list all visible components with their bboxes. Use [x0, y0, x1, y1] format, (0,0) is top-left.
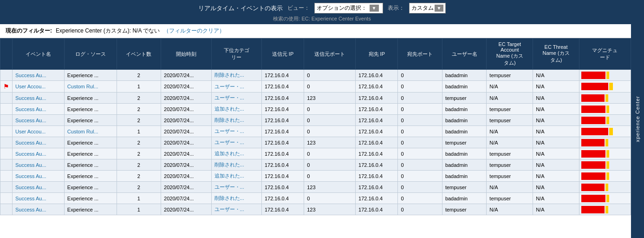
subcategory-cell[interactable]: 削除された...: [211, 159, 261, 171]
table-row[interactable]: Success Au...Experience ...22020/07/24..…: [0, 159, 631, 171]
event-name-cell[interactable]: Success Au...: [13, 115, 65, 126]
view-dropdown-arrow[interactable]: ▼: [370, 5, 379, 12]
flag-cell: [0, 104, 13, 115]
magnitude-cell: [579, 70, 631, 81]
src-ip-cell: 172.16.0.4: [261, 204, 304, 215]
mag-yellow-bar: [609, 83, 613, 90]
log-source-cell: Experience ...: [64, 104, 117, 115]
display-label: 表示：: [388, 4, 404, 12]
flag-cell: [0, 70, 13, 81]
table-row[interactable]: Success Au...Experience ...22020/07/24..…: [0, 115, 631, 126]
ec-threat-cell: N/A: [533, 148, 579, 159]
event-name-cell[interactable]: Success Au...: [13, 193, 65, 204]
event-name-cell[interactable]: User Accou...: [13, 81, 65, 93]
start-time-cell: 2020/07/24...: [161, 182, 211, 193]
dst-port-cell: 0: [398, 93, 442, 104]
display-dropdown-arrow[interactable]: ▼: [435, 5, 444, 12]
table-row[interactable]: User Accou...Custom Rul...12020/07/24...…: [0, 126, 631, 137]
view-dropdown[interactable]: オプションの選択： ▼: [314, 3, 383, 13]
event-name-cell[interactable]: Success Au...: [13, 148, 65, 159]
event-name-cell[interactable]: User Accou...: [13, 126, 65, 137]
col-username: ユーザー名: [442, 39, 486, 70]
magnitude-cell: [579, 159, 631, 171]
event-count-cell: 1: [117, 81, 161, 93]
mag-yellow-bar: [606, 172, 609, 180]
log-source-cell: Experience ...: [64, 171, 117, 182]
table-row[interactable]: Success Au...Experience ...22020/07/24..…: [0, 148, 631, 159]
subcategory-cell[interactable]: 追加された...: [211, 148, 261, 159]
subcategory-cell[interactable]: 追加された...: [211, 171, 261, 182]
col-event-name: イベント名: [13, 39, 65, 70]
table-row[interactable]: Success Au...Experience ...22020/07/24..…: [0, 104, 631, 115]
event-count-cell: 2: [117, 137, 161, 148]
event-count-cell: 2: [117, 159, 161, 171]
start-time-cell: 2020/07/24...: [161, 115, 211, 126]
event-name-cell[interactable]: Success Au...: [13, 171, 65, 182]
log-source-cell: Experience ...: [64, 193, 117, 204]
subcategory-cell[interactable]: 追加された...: [211, 104, 261, 115]
subcategory-cell[interactable]: 削除された...: [211, 193, 261, 204]
subcategory-cell[interactable]: ユーザー・...: [211, 182, 261, 193]
magnitude-cell: [579, 204, 631, 215]
event-name-cell[interactable]: Success Au...: [13, 93, 65, 104]
event-name-cell[interactable]: Success Au...: [13, 137, 65, 148]
ec-threat-cell: N/A: [533, 137, 579, 148]
subcategory-cell[interactable]: ユーザー・...: [211, 126, 261, 137]
event-name-cell[interactable]: Success Au...: [13, 70, 65, 81]
display-dropdown[interactable]: カスタム ▼: [409, 3, 446, 13]
log-source-cell: Experience ...: [64, 70, 117, 81]
src-port-cell: 0: [304, 148, 356, 159]
view-label: ビュー：: [287, 4, 310, 12]
filter-clear-link[interactable]: （フィルターのクリア）: [163, 27, 225, 35]
table-row[interactable]: ⚑User Accou...Custom Rul...12020/07/24..…: [0, 81, 631, 93]
magnitude-bar: [581, 184, 629, 191]
table-row[interactable]: Success Au...Experience ...22020/07/24..…: [0, 171, 631, 182]
table-row[interactable]: Success Au...Experience ...22020/07/24..…: [0, 70, 631, 81]
subcategory-cell[interactable]: ユーザー・...: [211, 93, 261, 104]
dst-port-cell: 0: [398, 81, 442, 93]
subcategory-cell[interactable]: ユーザー・...: [211, 81, 261, 93]
username-cell: badadmin: [442, 81, 486, 93]
col-magnitude: マグニチュード: [579, 39, 631, 70]
subcategory-cell[interactable]: 削除された...: [211, 115, 261, 126]
username-cell: badadmin: [442, 126, 486, 137]
dst-port-cell: 0: [398, 70, 442, 81]
username-cell: badadmin: [442, 193, 486, 204]
username-cell: badadmin: [442, 148, 486, 159]
log-source-cell: Experience ...: [64, 93, 117, 104]
src-ip-cell: 172.16.0.4: [261, 70, 304, 81]
ec-target-cell: N/A: [487, 182, 533, 193]
event-name-cell[interactable]: Success Au...: [13, 159, 65, 171]
mag-yellow-bar: [609, 128, 613, 135]
subcategory-cell[interactable]: ユーザー・...: [211, 137, 261, 148]
src-ip-cell: 172.16.0.4: [261, 126, 304, 137]
ec-threat-cell: N/A: [533, 70, 579, 81]
event-name-cell[interactable]: Success Au...: [13, 104, 65, 115]
start-time-cell: 2020/07/24...: [161, 93, 211, 104]
subcategory-cell[interactable]: 削除された...: [211, 70, 261, 81]
magnitude-cell: [579, 126, 631, 137]
magnitude-bar: [581, 83, 629, 90]
magnitude-cell: [579, 115, 631, 126]
log-source-cell: Experience ...: [64, 148, 117, 159]
table-row[interactable]: Success Au...Experience ...22020/07/24..…: [0, 182, 631, 193]
username-cell: tempuser: [442, 204, 486, 215]
dst-port-cell: 0: [398, 115, 442, 126]
table-row[interactable]: Success Au...Experience ...22020/07/24..…: [0, 137, 631, 148]
dst-port-cell: 0: [398, 148, 442, 159]
dst-ip-cell: 172.16.0.4: [356, 159, 398, 171]
event-name-cell[interactable]: Success Au...: [13, 204, 65, 215]
src-port-cell: 0: [304, 81, 356, 93]
magnitude-bar: [581, 106, 629, 113]
table-row[interactable]: Success Au...Experience ...12020/07/24..…: [0, 193, 631, 204]
mag-yellow-bar: [605, 184, 608, 191]
start-time-cell: 2020/07/24...: [161, 126, 211, 137]
ec-threat-cell: N/A: [533, 104, 579, 115]
table-row[interactable]: Success Au...Experience ...12020/07/24..…: [0, 204, 631, 215]
subcategory-cell[interactable]: ユーザー・...: [211, 204, 261, 215]
src-port-cell: 0: [304, 159, 356, 171]
dst-port-cell: 0: [398, 193, 442, 204]
event-name-cell[interactable]: Success Au...: [13, 182, 65, 193]
table-row[interactable]: Success Au...Experience ...22020/07/24..…: [0, 93, 631, 104]
ec-threat-cell: N/A: [533, 193, 579, 204]
